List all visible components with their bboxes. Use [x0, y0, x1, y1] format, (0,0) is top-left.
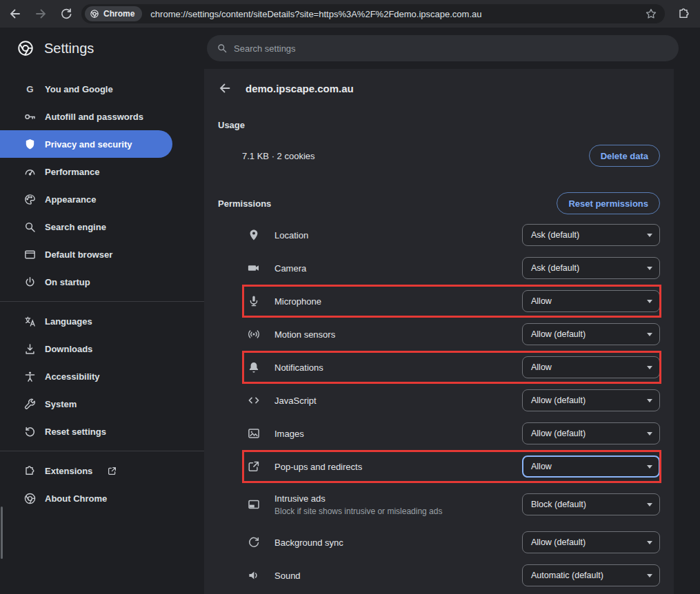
sidebar-item-autofill[interactable]: Autofill and passwords [0, 103, 172, 130]
sidebar-item-accessibility[interactable]: Accessibility [0, 362, 172, 390]
chevron-down-icon [647, 333, 652, 336]
google-g-icon: G [23, 83, 37, 96]
sidebar-divider [0, 301, 204, 302]
sidebar-item-system[interactable]: System [0, 390, 172, 418]
sidebar-item-you-and-google[interactable]: G You and Google [0, 75, 172, 103]
chevron-down-icon [647, 399, 652, 402]
site-title: demo.ipscape.com.au [246, 83, 354, 94]
sidebar-item-downloads[interactable]: Downloads [0, 335, 172, 362]
notifications-bell-icon [247, 360, 261, 374]
wrench-icon [23, 398, 37, 411]
chevron-down-icon [647, 300, 652, 303]
images-permission-select[interactable]: Allow (default) [522, 422, 660, 444]
select-value: Block (default) [531, 500, 586, 509]
download-icon [23, 342, 37, 356]
sidebar-item-label: Default browser [45, 249, 112, 260]
permission-label: Background sync [274, 537, 343, 548]
back-icon[interactable] [8, 7, 22, 21]
sidebar-item-search-engine[interactable]: Search engine [0, 213, 172, 240]
location-icon [247, 228, 261, 242]
select-value: Allow [531, 296, 552, 306]
search-icon [217, 43, 228, 54]
sidebar-item-on-startup[interactable]: On startup [0, 268, 172, 296]
refresh-icon[interactable] [59, 7, 73, 21]
sidebar-item-default-browser[interactable]: Default browser [0, 240, 172, 268]
permission-label: Images [274, 429, 304, 439]
sidebar-item-label: Languages [45, 316, 92, 327]
select-value: Allow [531, 462, 552, 471]
sidebar-item-performance[interactable]: Performance [0, 158, 172, 185]
chip-label: Chrome [103, 9, 134, 19]
select-value: Ask (default) [531, 230, 579, 240]
chevron-down-icon [647, 465, 652, 469]
accessibility-icon [23, 370, 37, 383]
delete-data-button[interactable]: Delete data [589, 145, 660, 167]
usage-summary: 7.1 KB · 2 cookies [242, 151, 315, 161]
chevron-down-icon [647, 432, 652, 436]
intrusive-ads-permission-select[interactable]: Block (default) [522, 493, 660, 515]
permission-row-motion-sensors: Motion sensors Allow (default) [218, 318, 660, 351]
popup-redirect-icon [247, 460, 261, 473]
back-arrow-icon[interactable] [218, 81, 232, 95]
sidebar-item-label: Performance [45, 167, 99, 177]
speedometer-icon [23, 165, 37, 178]
sidebar-item-privacy-security[interactable]: Privacy and security [0, 130, 172, 158]
reset-permissions-button[interactable]: Reset permissions [557, 192, 660, 214]
permission-row-intrusive-ads: Intrusive ads Block if site shows intrus… [218, 483, 660, 526]
sidebar-item-reset-settings[interactable]: Reset settings [0, 418, 172, 445]
permission-row-notifications: Notifications Allow [218, 351, 660, 384]
motion-sensors-permission-select[interactable]: Allow (default) [522, 323, 660, 345]
browser-toolbar: Chrome chrome://settings/content/siteDet… [0, 0, 700, 28]
address-bar[interactable]: Chrome chrome://settings/content/siteDet… [81, 4, 665, 23]
chevron-down-icon [647, 574, 652, 577]
permission-row-javascript: JavaScript Allow (default) [218, 384, 660, 417]
camera-icon [247, 261, 261, 275]
site-details-panel: demo.ipscape.com.au Usage 7.1 KB · 2 coo… [204, 69, 674, 594]
background-sync-icon [247, 535, 261, 549]
bookmark-star-icon[interactable] [645, 8, 657, 20]
permission-label: Intrusive ads [274, 493, 442, 504]
site-details-header: demo.ipscape.com.au [204, 69, 674, 98]
reset-icon [23, 425, 37, 438]
image-icon [247, 427, 261, 440]
camera-permission-select[interactable]: Ask (default) [522, 257, 660, 279]
key-icon [23, 110, 37, 123]
popups-permission-select[interactable]: Allow [522, 455, 660, 478]
location-permission-select[interactable]: Ask (default) [522, 224, 660, 246]
chevron-down-icon [647, 503, 652, 506]
javascript-permission-select[interactable]: Allow (default) [522, 389, 660, 411]
permission-row-popups: Pop-ups and redirects Allow [218, 450, 660, 483]
sound-permission-select[interactable]: Automatic (default) [522, 564, 660, 586]
search-input[interactable] [234, 43, 669, 54]
browser-window-icon [23, 248, 37, 261]
permission-sublabel: Block if site shows intrusive or mislead… [274, 506, 442, 516]
permission-row-images: Images Allow (default) [218, 417, 660, 450]
select-value: Automatic (default) [531, 571, 603, 580]
chrome-url-chip: Chrome [85, 6, 142, 21]
sidebar-item-about-chrome[interactable]: About Chrome [0, 484, 172, 512]
extensions-puzzle-icon[interactable] [677, 7, 691, 21]
sidebar-item-label: About Chrome [45, 493, 107, 504]
sidebar-item-appearance[interactable]: Appearance [0, 185, 172, 213]
permission-row-camera: Camera Ask (default) [218, 252, 660, 285]
permission-label: Notifications [274, 362, 323, 373]
sidebar-item-languages[interactable]: Languages [0, 307, 172, 335]
usage-row: 7.1 KB · 2 cookies Delete data [218, 140, 660, 172]
notifications-permission-select[interactable]: Allow [522, 356, 660, 378]
settings-search[interactable] [207, 35, 679, 61]
chrome-logo-icon [23, 492, 37, 505]
microphone-permission-select[interactable]: Allow [522, 290, 660, 312]
external-link-icon [107, 466, 117, 476]
sidebar-item-label: Appearance [45, 194, 96, 205]
permission-label: JavaScript [274, 396, 317, 406]
sidebar-item-extensions[interactable]: Extensions [0, 457, 172, 484]
select-value: Allow (default) [531, 329, 586, 339]
background-sync-permission-select[interactable]: Allow (default) [522, 531, 660, 553]
url-text[interactable]: chrome://settings/content/siteDetails?si… [150, 9, 481, 19]
forward-icon[interactable] [34, 7, 48, 21]
select-value: Allow (default) [531, 537, 586, 547]
select-value: Allow (default) [531, 429, 586, 438]
permission-label: Sound [274, 571, 301, 581]
permission-row-location: Location Ask (default) [218, 218, 660, 252]
sidebar-scrollbar[interactable] [1, 506, 3, 559]
